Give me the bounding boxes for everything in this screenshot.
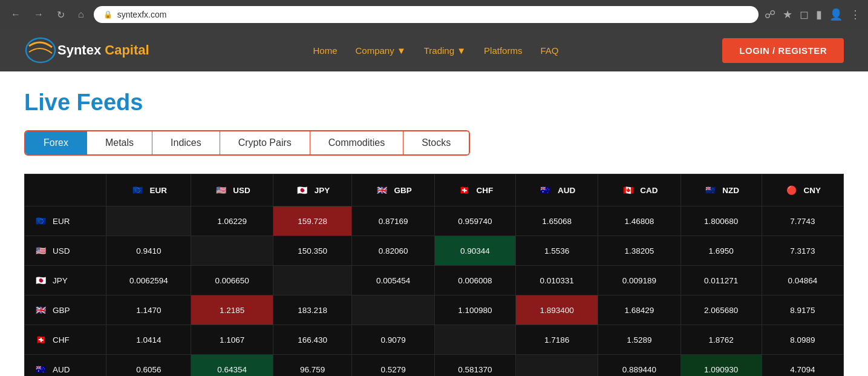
cell-eur-cny: 7.7743 xyxy=(762,206,843,236)
logo-icon xyxy=(24,35,57,65)
cell-eur-gbp: 0.87169 xyxy=(352,206,434,236)
cell-eur-eur xyxy=(106,206,191,236)
cell-gbp-cad: 1.68429 xyxy=(598,295,680,325)
cell-jpy-cny: 0.04864 xyxy=(762,266,843,295)
cell-jpy-usd: 0.006650 xyxy=(191,266,273,295)
cell-gbp-aud: 1.893400 xyxy=(515,295,598,325)
more-button[interactable]: ⋮ xyxy=(850,8,861,21)
logo-capital: Capital xyxy=(105,42,149,58)
tab-crypto-pairs[interactable]: Crypto Pairs xyxy=(220,131,310,154)
cell-jpy-cad: 0.009189 xyxy=(598,266,680,295)
jpy-row-label: JPY xyxy=(53,276,68,285)
row-header-aud: 🇦🇺AUD xyxy=(25,355,106,377)
cell-gbp-chf: 1.100980 xyxy=(434,295,515,325)
jpy-flag: 🇯🇵 xyxy=(295,183,310,197)
eur-row-label: EUR xyxy=(53,217,70,226)
cell-usd-eur: 0.9410 xyxy=(106,236,191,266)
cell-jpy-eur: 0.0062594 xyxy=(106,266,191,295)
nav-bar: Syntex Capital Home Company ▼ Trading ▼ … xyxy=(0,29,868,71)
cell-chf-jpy: 166.430 xyxy=(273,325,352,355)
cell-jpy-jpy xyxy=(273,266,352,295)
bookmark-button[interactable]: ★ xyxy=(783,8,792,21)
table-row: 🇦🇺AUD0.60560.6435496.7590.52790.5813700.… xyxy=(25,355,844,377)
eur-row-flag: 🇪🇺 xyxy=(33,214,48,228)
translate-button[interactable]: ☍ xyxy=(765,8,775,21)
cell-usd-usd xyxy=(191,236,273,266)
table-row: 🇪🇺EUR1.06229159.7280.871690.9597401.6506… xyxy=(25,206,844,236)
tab-forex[interactable]: Forex xyxy=(25,131,87,154)
eur-flag: 🇪🇺 xyxy=(131,183,145,197)
login-register-button[interactable]: LOGIN / REGISTER xyxy=(722,38,844,63)
nav-company[interactable]: Company ▼ xyxy=(356,45,406,56)
chf-flag: 🇨🇭 xyxy=(457,183,471,197)
tabs-container: Forex Metals Indices Crypto Pairs Commod… xyxy=(24,130,470,156)
table-row: 🇨🇭CHF1.04141.1067166.4300.90791.71861.52… xyxy=(25,325,844,355)
cell-jpy-aud: 0.010331 xyxy=(515,266,598,295)
col-header-usd: 🇺🇸 USD xyxy=(191,174,273,206)
cell-jpy-chf: 0.006008 xyxy=(434,266,515,295)
extensions-button[interactable]: ◻ xyxy=(800,8,809,21)
cell-chf-gbp: 0.9079 xyxy=(352,325,434,355)
cell-aud-gbp: 0.5279 xyxy=(352,355,434,377)
cell-aud-jpy: 96.759 xyxy=(273,355,352,377)
col-header-empty xyxy=(25,174,106,206)
row-header-usd: 🇺🇸USD xyxy=(25,236,106,266)
sidebar-button[interactable]: ▮ xyxy=(816,8,822,21)
cell-chf-chf xyxy=(434,325,515,355)
tab-commodities[interactable]: Commodities xyxy=(310,131,403,154)
back-button[interactable]: ← xyxy=(7,7,24,22)
nav-home[interactable]: Home xyxy=(313,45,338,56)
tab-indices[interactable]: Indices xyxy=(152,131,220,154)
cell-gbp-cny: 8.9175 xyxy=(762,295,843,325)
usd-flag: 🇺🇸 xyxy=(214,183,228,197)
cell-usd-chf: 0.90344 xyxy=(434,236,515,266)
cell-aud-nzd: 1.090930 xyxy=(680,355,762,377)
page-content: Live Feeds Forex Metals Indices Crypto P… xyxy=(0,71,868,376)
cell-aud-eur: 0.6056 xyxy=(106,355,191,377)
row-header-chf: 🇨🇭CHF xyxy=(25,325,106,355)
cell-jpy-nzd: 0.011271 xyxy=(680,266,762,295)
cell-chf-nzd: 1.8762 xyxy=(680,325,762,355)
cell-aud-usd: 0.64354 xyxy=(191,355,273,377)
cell-chf-cad: 1.5289 xyxy=(598,325,680,355)
cell-gbp-nzd: 2.065680 xyxy=(680,295,762,325)
cell-gbp-usd: 1.2185 xyxy=(191,295,273,325)
forward-button[interactable]: → xyxy=(30,7,47,22)
address-bar[interactable]: 🔒 syntexfx.com xyxy=(94,6,759,23)
cell-chf-aud: 1.7186 xyxy=(515,325,598,355)
aud-row-label: AUD xyxy=(53,365,70,374)
nav-trading[interactable]: Trading ▼ xyxy=(424,45,466,56)
cell-usd-gbp: 0.82060 xyxy=(352,236,434,266)
col-header-jpy: 🇯🇵 JPY xyxy=(273,174,352,206)
lock-icon: 🔒 xyxy=(103,10,113,19)
col-header-cad: 🇨🇦 CAD xyxy=(598,174,680,206)
cell-aud-aud xyxy=(515,355,598,377)
cell-eur-jpy: 159.728 xyxy=(273,206,352,236)
row-header-jpy: 🇯🇵JPY xyxy=(25,266,106,295)
col-header-gbp: 🇬🇧 GBP xyxy=(352,174,434,206)
nav-platforms[interactable]: Platforms xyxy=(484,45,522,56)
cell-gbp-gbp xyxy=(352,295,434,325)
nav-faq[interactable]: FAQ xyxy=(540,45,558,56)
tab-metals[interactable]: Metals xyxy=(87,131,152,154)
logo-area: Syntex Capital xyxy=(24,35,149,65)
logo-syntax: Syntex xyxy=(57,42,101,58)
nav-links: Home Company ▼ Trading ▼ Platforms FAQ xyxy=(313,45,559,56)
table-header-row: 🇪🇺 EUR 🇺🇸 USD 🇯🇵 JPY 🇬🇧 GBP 🇨🇭 CHF 🇦🇺 AU… xyxy=(25,174,844,206)
cad-flag: 🇨🇦 xyxy=(621,183,635,197)
tab-stocks[interactable]: Stocks xyxy=(403,131,469,154)
col-header-chf: 🇨🇭 CHF xyxy=(434,174,515,206)
logo-text: Syntex Capital xyxy=(57,42,149,58)
cell-usd-cad: 1.38205 xyxy=(598,236,680,266)
cell-gbp-eur: 1.1470 xyxy=(106,295,191,325)
aud-flag: 🇦🇺 xyxy=(538,183,553,197)
cell-usd-aud: 1.5536 xyxy=(515,236,598,266)
refresh-button[interactable]: ↻ xyxy=(53,7,68,23)
cell-aud-chf: 0.581370 xyxy=(434,355,515,377)
profile-button[interactable]: 👤 xyxy=(829,8,843,21)
chf-row-label: CHF xyxy=(53,335,70,345)
cell-usd-cny: 7.3173 xyxy=(762,236,843,266)
cell-eur-nzd: 1.800680 xyxy=(680,206,762,236)
table-row: 🇺🇸USD0.9410150.3500.820600.903441.55361.… xyxy=(25,236,844,266)
home-button[interactable]: ⌂ xyxy=(74,7,88,22)
